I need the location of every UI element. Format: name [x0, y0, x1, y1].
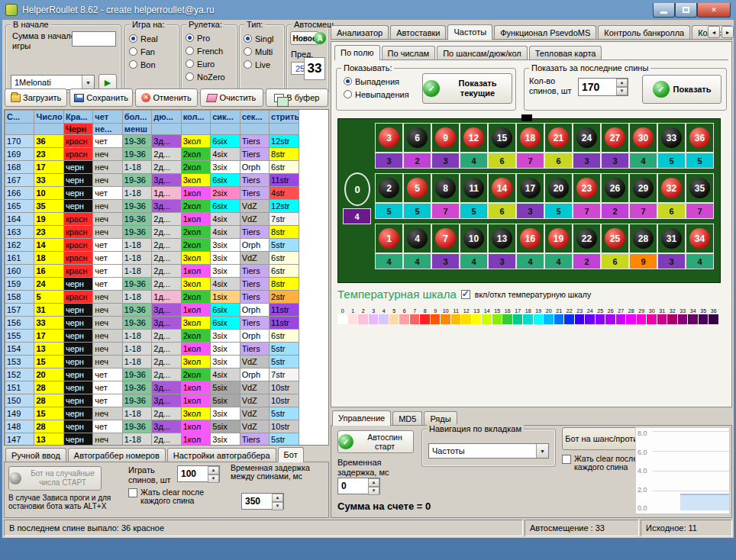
checkbox-icon[interactable]	[128, 488, 137, 497]
radio-NoZero[interactable]: NoZero	[182, 70, 237, 83]
history-row[interactable]: 15128чернчет19-363д...1кол5sixVdZ10str	[5, 381, 328, 394]
radio-Live[interactable]: Live	[240, 58, 284, 71]
maximize-button[interactable]	[675, 3, 697, 18]
radio-Невыпадения[interactable]: Невыпадения	[340, 88, 419, 101]
history-row[interactable]: 15413черннеч1-182д...1кол3sixTiers5str	[5, 343, 328, 356]
show-current-button[interactable]: ✓ Показать текущие	[422, 73, 512, 104]
history-row[interactable]: 14828чернчет19-363д...1кол5sixVdZ10str	[5, 420, 328, 433]
history-row[interactable]: 16016краснчет1-182д...1кол3sixTiers6str	[5, 265, 328, 278]
copy-button[interactable]: В буфер	[266, 89, 328, 107]
tab-scroll-left-button[interactable]: ◂	[708, 26, 720, 38]
field-number-6[interactable]: 6	[403, 123, 431, 153]
spin-delay-stepper[interactable]: 350 ▲▼	[241, 493, 284, 510]
clear-button[interactable]: Очистить	[200, 89, 263, 107]
history-row[interactable]: 16214краснчет1-182д...2кол3sixOrph5str	[5, 239, 328, 252]
field-number-9[interactable]: 9	[431, 123, 460, 153]
spin-up-icon[interactable]: ▲	[272, 494, 283, 502]
save-button[interactable]: Сохранить	[69, 89, 132, 107]
field-zero[interactable]: 0 4	[343, 172, 372, 224]
tab-scroll-right-button[interactable]: ▸	[721, 26, 734, 38]
start-sum-input[interactable]	[72, 31, 116, 47]
history-row[interactable]: 15517черннеч1-182д...2кол3sixOrph6str	[5, 330, 328, 343]
spin-down-icon[interactable]: ▼	[208, 475, 219, 483]
minimize-button[interactable]	[653, 3, 675, 18]
history-row[interactable]: 1585красннеч1-181д...2кол1sixTiers2str	[5, 291, 328, 304]
radio-Multi[interactable]: Multi	[240, 45, 284, 58]
clear-after-spin-checkbox[interactable]: Жать clear после каждого спина	[128, 488, 229, 505]
field-number-29[interactable]: 29	[629, 173, 657, 203]
history-row[interactable]: 15731черннеч19-363д...1кол6sixOrph11str	[5, 304, 328, 317]
chevron-down-icon[interactable]: ▼	[536, 444, 548, 458]
history-row[interactable]: 16419красннеч19-362д...1кол4sixVdZ7str	[5, 213, 328, 226]
field-number-18[interactable]: 18	[516, 123, 544, 153]
spin-down-icon[interactable]: ▼	[616, 87, 628, 95]
history-row[interactable]: 15220чернчет19-362д...2кол4sixOrph7str	[5, 369, 328, 381]
field-number-17[interactable]: 17	[516, 173, 544, 203]
field-number-5[interactable]: 5	[403, 173, 431, 203]
history-row[interactable]: 15315черннеч1-182д...3кол3sixVdZ5str	[5, 356, 328, 369]
nav-combo[interactable]: Частоты ▼	[428, 443, 549, 459]
field-number-35[interactable]: 35	[686, 173, 714, 203]
spin-up-icon[interactable]: ▲	[208, 466, 219, 475]
field-number-8[interactable]: 8	[431, 173, 460, 203]
titlebar[interactable]: HelperRoullet 8.62 - create helperroulle…	[2, 0, 734, 20]
history-header[interactable]: чет	[93, 111, 122, 124]
field-number-24[interactable]: 24	[573, 123, 601, 153]
history-row[interactable]: 14713черннеч1-182д...1кол3sixTiers5str	[5, 433, 328, 446]
history-header[interactable]: стриты	[270, 111, 299, 124]
field-number-21[interactable]: 21	[544, 123, 573, 153]
history-row[interactable]: 16610чернчет1-181д...1кол2sixTiers4str	[5, 187, 328, 200]
history-header[interactable]: сек...	[240, 111, 269, 124]
field-number-27[interactable]: 27	[601, 123, 629, 153]
history-header[interactable]: кол...	[181, 111, 210, 124]
history-header[interactable]: Число	[34, 111, 63, 124]
field-number-16[interactable]: 16	[516, 224, 544, 253]
history-row[interactable]: 15028чернчет19-363д...1кол5sixVdZ10str	[5, 394, 328, 407]
random-bot-button[interactable]: Бот на случайные числа СТАРТ	[8, 466, 102, 491]
tab-По числам[interactable]: По числам	[382, 46, 436, 60]
field-number-7[interactable]: 7	[431, 224, 460, 253]
radio-Pro[interactable]: Pro	[182, 31, 237, 44]
radio-French[interactable]: French	[182, 44, 237, 57]
field-number-28[interactable]: 28	[629, 224, 657, 253]
tab-По полю[interactable]: По полю	[334, 45, 380, 60]
zero-cell[interactable]: 0	[344, 172, 370, 206]
radio-Singl[interactable]: Singl	[240, 32, 284, 45]
tab-MD5[interactable]: MD5	[392, 411, 422, 425]
field-number-20[interactable]: 20	[544, 173, 573, 203]
field-number-1[interactable]: 1	[375, 224, 403, 253]
profile-combo[interactable]: 1Melonati ▼	[11, 75, 95, 90]
field-number-25[interactable]: 25	[601, 224, 629, 253]
field-number-10[interactable]: 10	[460, 224, 488, 253]
tab-Контроль банкролла[interactable]: Контроль банкролла	[598, 25, 690, 39]
field-number-26[interactable]: 26	[601, 173, 629, 203]
field-number-33[interactable]: 33	[657, 123, 686, 153]
history-row[interactable]: 15633черннеч19-363д...3кол6sixTiers11str	[5, 317, 328, 330]
history-row[interactable]: 16323красннеч19-362д...2кол4sixTiers8str	[5, 226, 328, 239]
autospin-start-button[interactable]: ✓ Автоспин старт	[337, 430, 414, 453]
tab-Настройки автограббера[interactable]: Настройки автограббера	[167, 448, 276, 462]
radio-Выпадения[interactable]: Выпадения	[340, 75, 419, 88]
spins-stepper[interactable]: 100 ▲▼	[177, 465, 220, 482]
checkbox-icon[interactable]	[562, 455, 571, 464]
close-button[interactable]: ✕	[697, 3, 731, 18]
tab-Управление[interactable]: Управление	[332, 410, 391, 426]
history-row[interactable]: 14915черннеч1-182д...3кол3sixVdZ5str	[5, 407, 328, 420]
temperature-checkbox[interactable]	[461, 290, 470, 299]
field-number-19[interactable]: 19	[544, 224, 573, 253]
spin-down-icon[interactable]: ▼	[272, 502, 283, 510]
spin-down-icon[interactable]: ▼	[368, 487, 379, 495]
field-number-12[interactable]: 12	[460, 123, 488, 153]
tab-Бот[interactable]: Бот	[278, 447, 304, 462]
radio-Real[interactable]: Real	[125, 32, 179, 45]
history-row[interactable]: 16733черннеч19-363д...3кол6sixTiers11str	[5, 174, 328, 187]
tab-Функционал PsevdoMS[interactable]: Функционал PsevdoMS	[494, 25, 596, 39]
history-header[interactable]: сик...	[211, 111, 240, 124]
history-table[interactable]: С...ЧислоКра...четбол...дю...кол...сик..…	[4, 109, 329, 446]
tab-По шансам/дюж/кол[interactable]: По шансам/дюж/кол	[437, 46, 528, 60]
folder-button[interactable]: Загрузить	[5, 89, 67, 107]
control-delay-stepper[interactable]: 0 ▲▼	[337, 478, 380, 494]
spin-count-stepper[interactable]: 170 ▲▼	[578, 78, 628, 96]
chevron-down-icon[interactable]: ▼	[82, 76, 94, 89]
field-number-4[interactable]: 4	[403, 224, 431, 253]
